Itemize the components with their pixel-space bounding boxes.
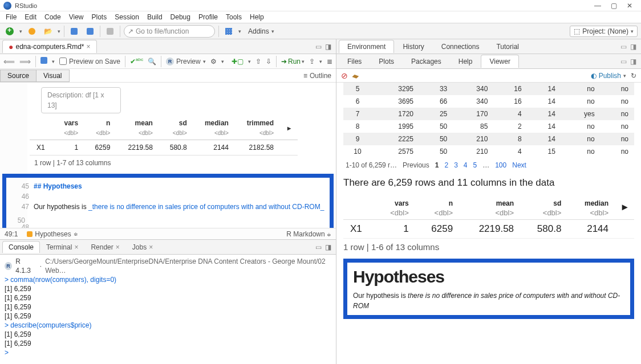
tab-history[interactable]: History xyxy=(394,40,432,53)
table-row: 53295333401614nono xyxy=(343,83,634,95)
open-file-button[interactable]: 📂 xyxy=(42,25,54,38)
filetype-selector[interactable]: R Markdown ≑ xyxy=(282,230,336,238)
rmd-file-icon: ● xyxy=(9,42,13,51)
project-menu[interactable]: ⬚ Project: (None) ▾ xyxy=(570,26,638,37)
rstudio-logo-icon xyxy=(3,2,11,10)
find-button[interactable]: 🔍 xyxy=(148,58,156,66)
go-next-chunk-button[interactable]: ⇩ xyxy=(266,58,271,66)
tab-render[interactable]: Render × xyxy=(84,241,125,253)
hypotheses-text: Our hypothesis is there is no difference… xyxy=(353,290,624,310)
nav-back-button[interactable]: ⟸ xyxy=(3,57,15,66)
mode-source-button[interactable]: Source xyxy=(0,69,36,82)
markdown-heading: ## Hypotheses xyxy=(34,182,82,190)
pager-page-4[interactable]: 4 xyxy=(464,161,468,169)
editor-highlight-box: 45 46 47 48 49 ## Hypotheses Our hypothe… xyxy=(2,174,334,228)
pane-maximize-icon[interactable]: ◨ xyxy=(630,43,636,51)
viewer-data-table: 53295333401614nono 63695663401614nono 71… xyxy=(343,83,634,158)
save-all-button[interactable] xyxy=(84,25,96,38)
menu-plots[interactable]: Plots xyxy=(88,13,111,22)
save-button[interactable] xyxy=(68,25,80,38)
insert-chunk-button[interactable]: ✚▢ xyxy=(232,58,244,66)
menu-profile[interactable]: Profile xyxy=(195,13,221,22)
pane-minimize-icon[interactable]: ▭ xyxy=(315,243,322,251)
tab-help[interactable]: Help xyxy=(450,55,481,68)
goto-file-input[interactable]: ↗ Go to file/function xyxy=(124,25,215,38)
close-tab-button[interactable]: × xyxy=(87,43,91,51)
pane-minimize-icon[interactable]: ▭ xyxy=(315,43,322,51)
menu-tools[interactable]: Tools xyxy=(222,13,245,22)
print-button[interactable] xyxy=(104,25,116,38)
tab-jobs[interactable]: Jobs × xyxy=(126,241,159,253)
outline-toggle-button[interactable]: ≣ xyxy=(327,58,332,66)
console-area[interactable]: R R 4.1.3 · C:/Users/GeorgeMount/Enterpr… xyxy=(0,255,336,364)
addins-menu[interactable]: Addins ▾ xyxy=(245,26,278,36)
refresh-viewer-button[interactable]: ↻ xyxy=(631,72,636,80)
spellcheck-button[interactable]: ✔abc xyxy=(130,57,143,66)
clear-viewer-button[interactable]: ▰ xyxy=(351,70,360,81)
menu-session[interactable]: Session xyxy=(111,13,143,22)
knit-options-button[interactable]: ⚙ xyxy=(210,58,217,66)
chunk-description: Description: df [1 x 13] xyxy=(41,87,121,113)
viewer-content[interactable]: 53295333401614nono 63695663401614nono 71… xyxy=(336,83,641,364)
pager-page-5[interactable]: 5 xyxy=(473,161,477,169)
menu-help[interactable]: Help xyxy=(246,13,267,22)
viewer-lead-text: There are 6,259 rows and 11 columns in t… xyxy=(343,177,634,189)
publish-source-button[interactable]: ⇪ xyxy=(309,58,315,66)
remove-viewer-button[interactable]: ⊘ xyxy=(341,71,348,80)
pager-info: 1-10 of 6,259 r… xyxy=(346,161,397,169)
preview-on-save-checkbox[interactable]: Preview on Save xyxy=(59,58,120,66)
pager-next[interactable]: Next xyxy=(512,161,526,169)
go-prev-chunk-button[interactable]: ⇧ xyxy=(255,58,261,66)
markdown-italic: _there is no difference in sales price o… xyxy=(88,203,324,211)
tab-terminal[interactable]: Terminal × xyxy=(40,241,84,253)
console-tabstrip: Console Terminal × Render × Jobs × ▭ ◨ xyxy=(0,240,336,255)
pager-page-1[interactable]: 1 xyxy=(435,161,439,169)
tab-console[interactable]: Console xyxy=(2,241,40,253)
pager-prev[interactable]: Previous xyxy=(403,161,429,169)
main-toolbar: ▾ 📂▾ ↗ Go to file/function ▾ Addins ▾ ⬚ … xyxy=(0,23,641,39)
mode-visual-button[interactable]: Visual xyxy=(36,69,69,82)
section-breadcrumb[interactable]: Hypotheses ≑ xyxy=(22,230,82,238)
tab-plots[interactable]: Plots xyxy=(370,55,403,68)
outline-label[interactable]: ≡ Outline xyxy=(303,72,336,80)
tab-connections[interactable]: Connections xyxy=(433,40,488,53)
tab-viewer[interactable]: Viewer xyxy=(481,55,518,68)
save-source-button[interactable] xyxy=(40,57,47,66)
pager-page-3[interactable]: 3 xyxy=(454,161,458,169)
window-maximize-button[interactable]: ▢ xyxy=(606,2,622,10)
new-file-button[interactable] xyxy=(3,25,16,38)
source-statusbar: 49:1 Hypotheses ≑ R Markdown ≑ xyxy=(0,228,336,239)
code-editor[interactable]: Description: df [1 x 13] vars<dbl> n<dbl… xyxy=(27,83,336,228)
pane-minimize-icon[interactable]: ▭ xyxy=(620,58,627,66)
source-tab-active[interactable]: ● edna-computers.Rmd* × xyxy=(2,40,97,53)
window-close-button[interactable]: ✕ xyxy=(622,2,638,10)
tab-files[interactable]: Files xyxy=(339,55,370,68)
console-pane: Console Terminal × Render × Jobs × ▭ ◨ R… xyxy=(0,240,336,364)
menu-file[interactable]: File xyxy=(2,13,20,22)
nav-forward-button[interactable]: ⟹ xyxy=(19,57,31,66)
new-project-button[interactable] xyxy=(26,25,38,38)
menu-build[interactable]: Build xyxy=(144,13,166,22)
pane-maximize-icon[interactable]: ◨ xyxy=(630,58,636,66)
menu-view[interactable]: View xyxy=(66,13,87,22)
tab-packages[interactable]: Packages xyxy=(403,55,450,68)
tab-environment[interactable]: Environment xyxy=(339,40,394,53)
run-button[interactable]: ➔ Run ▾ xyxy=(281,58,305,66)
pane-maximize-icon[interactable]: ◨ xyxy=(325,243,331,251)
publish-button[interactable]: ◐ Publish ▾ xyxy=(591,72,626,80)
pane-maximize-icon[interactable]: ◨ xyxy=(325,43,331,51)
menu-debug[interactable]: Debug xyxy=(167,13,194,22)
table-row: 9222550210814nono xyxy=(343,133,634,145)
workspace-panes-button[interactable] xyxy=(222,25,235,38)
source-tabstrip: ● edna-computers.Rmd* × ▭ ◨ xyxy=(0,39,336,54)
pager-page-2[interactable]: 2 xyxy=(444,161,448,169)
window-minimize-button[interactable]: — xyxy=(590,2,606,10)
environment-tabstrip: Environment History Connections Tutorial… xyxy=(336,39,641,54)
pane-minimize-icon[interactable]: ▭ xyxy=(620,43,627,51)
tab-tutorial[interactable]: Tutorial xyxy=(488,40,528,53)
viewer-describe-table: vars<dbl> n<dbl> mean<dbl> sd<dbl> media… xyxy=(343,194,634,239)
pager-page-100[interactable]: 100 xyxy=(495,161,506,169)
menu-code[interactable]: Code xyxy=(41,13,64,22)
menu-edit[interactable]: Edit xyxy=(21,13,40,22)
preview-button[interactable]: RPreview ▾ xyxy=(166,58,206,66)
